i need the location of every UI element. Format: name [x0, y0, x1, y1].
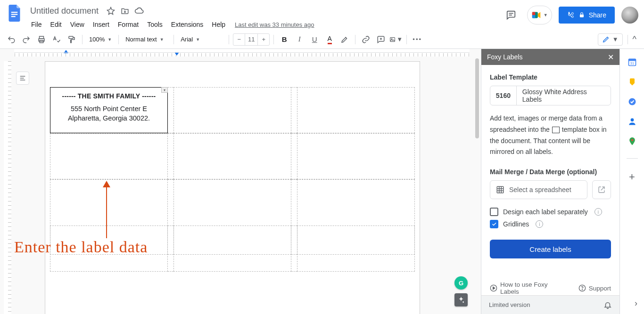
svg-rect-22 [497, 186, 504, 193]
comments-icon[interactable] [502, 6, 520, 24]
svg-text:31: 31 [630, 61, 634, 65]
font-size-increase[interactable]: + [258, 36, 269, 43]
label-cell[interactable] [173, 133, 291, 179]
collapse-rail-button[interactable]: › [635, 298, 637, 308]
last-edit-link[interactable]: Last edit was 33 minutes ago [235, 21, 314, 28]
gridlines-checkbox[interactable] [490, 220, 498, 228]
text-color-button[interactable]: A [323, 33, 336, 46]
label-cell[interactable] [50, 133, 168, 179]
vertical-scrollbar[interactable] [475, 58, 479, 138]
menu-file[interactable]: File [27, 19, 46, 30]
label-gap [168, 87, 173, 133]
insert-comment-button[interactable] [374, 33, 388, 46]
undo-button[interactable] [5, 33, 18, 46]
paragraph-style-combo[interactable]: Normal text▼ [123, 33, 170, 46]
font-size-group: − 11 + [233, 33, 270, 46]
svg-rect-8 [568, 12, 570, 14]
grammarly-icon[interactable]: G [454, 276, 468, 290]
editing-mode-button[interactable]: ▼ [598, 33, 623, 46]
font-combo[interactable]: Arial▼ [178, 33, 225, 46]
outline-toggle-button[interactable] [16, 72, 29, 85]
bold-button[interactable]: B [278, 33, 291, 46]
hide-menus-button[interactable]: ^ [633, 34, 636, 44]
font-size-input[interactable]: 11 [245, 34, 258, 45]
spellcheck-button[interactable] [50, 33, 63, 46]
page[interactable]: ▾ ------ THE SMITH FAMILY ------ 555 Nor… [45, 61, 420, 314]
spreadsheet-select[interactable]: Select a spreadsheet [490, 180, 587, 199]
italic-button[interactable]: I [293, 33, 306, 46]
template-name: Glossy White Address Labels [517, 88, 611, 103]
account-avatar[interactable] [621, 7, 638, 24]
menu-format[interactable]: Format [114, 19, 142, 30]
menu-help[interactable]: Help [208, 19, 229, 30]
print-button[interactable] [35, 33, 48, 46]
explore-button[interactable] [454, 293, 468, 306]
more-button[interactable]: ••• [411, 33, 424, 46]
horizontal-ruler[interactable] [14, 49, 470, 56]
label-cell[interactable] [297, 133, 415, 179]
support-link[interactable]: Support [578, 281, 611, 295]
spreadsheet-placeholder: Select a spreadsheet [509, 186, 571, 193]
label-cell[interactable] [173, 225, 291, 272]
menu-insert[interactable]: Insert [89, 19, 113, 30]
cell-menu-icon[interactable]: ▾ [161, 87, 168, 93]
menu-tools[interactable]: Tools [143, 19, 166, 30]
close-icon[interactable]: ✕ [608, 53, 614, 62]
move-icon[interactable] [120, 6, 130, 16]
notifications-icon[interactable] [603, 301, 612, 309]
menu-view[interactable]: View [66, 19, 88, 30]
label-header[interactable]: ------ THE SMITH FAMILY ------ [53, 92, 165, 100]
template-box-icon [552, 127, 560, 133]
section-label-template: Label Template [490, 73, 611, 81]
svg-point-21 [462, 301, 464, 303]
label-addr-2[interactable]: Alpharetta, Georgia 30022. [53, 114, 165, 123]
calendar-icon[interactable]: 31 [627, 57, 637, 67]
star-icon[interactable] [106, 6, 116, 16]
paint-format-button[interactable] [65, 33, 78, 46]
label-cell[interactable] [173, 87, 291, 133]
menu-extensions[interactable]: Extensions [167, 19, 207, 30]
label-addr-1[interactable]: 555 North Point Center E [53, 105, 165, 114]
get-addons-button[interactable]: + [629, 171, 635, 183]
create-labels-button[interactable]: Create labels [490, 240, 611, 258]
label-gap [168, 225, 173, 272]
style-value: Normal text [125, 36, 157, 43]
meet-button[interactable]: ▼ [527, 6, 552, 24]
first-line-indent-marker[interactable] [64, 50, 68, 53]
maps-icon[interactable] [627, 137, 637, 146]
insert-image-button[interactable]: ▼ [389, 33, 403, 46]
svg-rect-7 [532, 15, 535, 18]
redo-button[interactable] [20, 33, 33, 46]
font-value: Arial [181, 36, 193, 43]
document-canvas[interactable]: ▾ ------ THE SMITH FAMILY ------ 555 Nor… [0, 49, 481, 314]
share-label: Share [589, 11, 606, 19]
keep-icon[interactable] [627, 77, 637, 87]
label-gap [291, 87, 297, 133]
cloud-status-icon[interactable] [134, 6, 144, 16]
info-icon[interactable]: i [536, 220, 543, 228]
menu-edit[interactable]: Edit [47, 19, 66, 30]
insert-link-button[interactable] [359, 33, 372, 46]
docs-home-icon[interactable] [6, 4, 25, 23]
gridlines-label: Gridlines [503, 220, 529, 228]
info-icon[interactable]: i [594, 208, 602, 216]
contacts-icon[interactable] [627, 117, 637, 126]
vertical-ruler[interactable] [4, 61, 11, 314]
template-select[interactable]: 5160 Glossy White Address Labels [490, 86, 611, 105]
tasks-icon[interactable] [627, 97, 637, 106]
highlight-button[interactable] [338, 33, 351, 46]
label-cell-1[interactable]: ▾ ------ THE SMITH FAMILY ------ 555 Nor… [50, 87, 168, 133]
doc-title[interactable]: Untitled document [27, 6, 101, 16]
open-external-icon[interactable] [592, 180, 611, 199]
howto-link[interactable]: How to use Foxy Labels [490, 281, 568, 295]
label-cell[interactable] [297, 225, 415, 272]
right-indent-marker[interactable] [174, 52, 179, 56]
underline-button[interactable]: U [308, 33, 321, 46]
design-each-checkbox[interactable] [490, 208, 498, 216]
svg-rect-31 [628, 59, 636, 61]
zoom-combo[interactable]: 100%▼ [86, 33, 115, 46]
svg-rect-16 [390, 37, 395, 41]
label-cell[interactable] [297, 87, 415, 133]
font-size-decrease[interactable]: − [233, 36, 245, 43]
share-button[interactable]: Share [559, 7, 615, 24]
